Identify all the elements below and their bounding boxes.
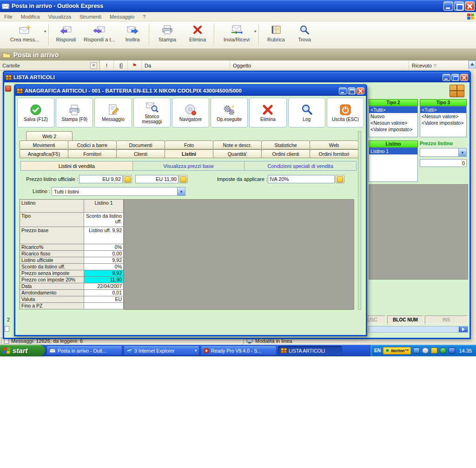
column-priority[interactable]: ! bbox=[100, 60, 114, 70]
prezzo-listino-1-field[interactable]: EU 9,92 bbox=[79, 175, 123, 183]
taskbar-item-ready-pro[interactable]: Ready Pro V9.4.0 - S... bbox=[201, 346, 277, 355]
tab-foto[interactable]: Foto bbox=[165, 140, 213, 149]
listino-combo[interactable]: Tutti i listini ▾ bbox=[52, 187, 185, 196]
tab-ordini-clienti[interactable]: Ordini clienti bbox=[261, 149, 310, 158]
prezzo-1-note-button[interactable] bbox=[123, 175, 132, 183]
reply-button[interactable]: Rispondi bbox=[51, 24, 81, 47]
operations-button[interactable]: Op.eseguite bbox=[211, 98, 248, 127]
exit-button[interactable]: Uscita (ESC) bbox=[327, 98, 364, 127]
tray-network-icon[interactable] bbox=[413, 348, 420, 354]
prezzo-2-note-button[interactable] bbox=[179, 175, 188, 183]
tab-note-e-descr[interactable]: Note e descr. bbox=[213, 140, 262, 149]
close-button[interactable] bbox=[357, 87, 364, 94]
chevron-down-icon[interactable]: ▾ bbox=[195, 348, 197, 353]
inner-tab-condizioni-speciali[interactable]: Condizioni speciali di vendita bbox=[245, 161, 356, 170]
tab-web[interactable]: Web bbox=[310, 140, 358, 149]
dialog-titlebar[interactable]: ANAGRAFICA ARTICOLI - 001 - BATTERIA EN-… bbox=[15, 86, 366, 96]
list-item[interactable]: <Tutti> bbox=[420, 107, 466, 113]
close-button[interactable] bbox=[465, 1, 475, 11]
row-value[interactable]: 0,00 bbox=[84, 251, 124, 257]
tab-anagrafica[interactable]: Anagrafica(F5) bbox=[20, 149, 68, 158]
inner-tab-visualizza-prezzi-base[interactable]: Visualizza prezzi base bbox=[133, 161, 245, 170]
menu-modifica[interactable]: Modifica bbox=[17, 14, 44, 20]
forward-button[interactable]: Inoltra bbox=[118, 24, 147, 47]
column-subject[interactable]: Oggetto bbox=[230, 60, 409, 70]
menu-strumenti[interactable]: Strumenti bbox=[75, 14, 106, 20]
chevron-down-icon[interactable]: ▾ bbox=[177, 187, 185, 195]
row-value[interactable]: 0,01 bbox=[84, 290, 124, 296]
menu-visualizza[interactable]: Visualizza bbox=[44, 14, 75, 20]
oe-titlebar[interactable]: Posta in arrivo - Outlook Express bbox=[0, 0, 476, 12]
row-value[interactable] bbox=[84, 303, 124, 309]
tab-movimenti[interactable]: Movimenti bbox=[20, 140, 68, 149]
menu-help[interactable]: ? bbox=[139, 14, 150, 20]
log-button[interactable]: Log bbox=[288, 98, 325, 127]
tab-fornitori[interactable]: Fornitori bbox=[68, 149, 117, 158]
minimize-button[interactable] bbox=[339, 87, 347, 94]
column-flag[interactable]: ⚑ bbox=[128, 60, 142, 70]
clock[interactable]: 14.35 bbox=[457, 348, 472, 354]
lista-titlebar[interactable]: LISTA ARTICOLI bbox=[4, 72, 469, 82]
taskbar-item-lista-articoli[interactable]: LISTA ARTICOLI bbox=[278, 346, 342, 355]
prezzo-listino-2-field[interactable]: EU 11,90 bbox=[135, 175, 178, 183]
tab-quantita[interactable]: Quantità' bbox=[213, 149, 262, 158]
close-button[interactable] bbox=[460, 74, 468, 81]
maximize-button[interactable] bbox=[451, 74, 459, 81]
maximize-button[interactable] bbox=[348, 87, 356, 94]
tray-update-icon[interactable] bbox=[440, 348, 446, 354]
find-button[interactable]: Trova bbox=[291, 24, 318, 47]
delete-button[interactable]: Elimina bbox=[249, 98, 286, 127]
tab-ordini-fornitori[interactable]: Ordini fornitori bbox=[310, 149, 358, 158]
delete-button[interactable]: Elimina bbox=[183, 24, 212, 47]
chevron-down-icon[interactable]: ▾ bbox=[458, 148, 466, 156]
row-value[interactable]: 22/04/2007 bbox=[84, 283, 124, 290]
language-indicator[interactable]: EN bbox=[374, 348, 381, 353]
prezzo-listino-combo[interactable]: ▾ bbox=[420, 148, 467, 157]
new-message-button[interactable]: Crea mess... ▾ bbox=[3, 24, 46, 47]
maximize-button[interactable] bbox=[454, 1, 464, 11]
row-value[interactable]: 9,92 bbox=[84, 257, 124, 264]
row-value-highlighted[interactable]: 9,92 bbox=[84, 270, 124, 277]
scrollbar-up-button[interactable] bbox=[469, 60, 476, 68]
norton-badge[interactable]: Norton™ bbox=[383, 347, 411, 354]
row-value-highlighted[interactable]: 11,90 bbox=[84, 277, 124, 283]
imposte-note-button[interactable] bbox=[336, 175, 344, 183]
navigator-button[interactable]: Navigatore bbox=[172, 98, 209, 127]
inner-tab-listini-di-vendita[interactable]: Listini di vendita bbox=[21, 161, 133, 170]
message-history-button[interactable]: Storico messaggi bbox=[133, 98, 171, 127]
taskbar-item-internet-explorer-group[interactable]: 3 Internet Explorer ▾ bbox=[124, 346, 199, 355]
list-item[interactable]: <Tutti> bbox=[369, 107, 417, 113]
column-attachment[interactable] bbox=[114, 60, 128, 70]
row-value[interactable]: Listino uff. 9,92 bbox=[84, 227, 124, 244]
close-pane-icon[interactable]: × bbox=[90, 62, 97, 69]
minimize-button[interactable] bbox=[443, 1, 453, 11]
tab-codici-a-barre[interactable]: Codici a barre bbox=[68, 140, 117, 149]
prezzo-listino-field[interactable]: 0 bbox=[420, 159, 467, 167]
menu-file[interactable]: File bbox=[0, 14, 17, 20]
row-value[interactable]: Sconto da listino uff. bbox=[84, 213, 124, 227]
horizontal-scrollbar[interactable] bbox=[369, 326, 468, 333]
row-value[interactable]: 0% bbox=[84, 244, 124, 251]
list-item[interactable]: <Valore impostato> bbox=[369, 126, 417, 133]
row-value[interactable]: EU bbox=[84, 296, 124, 303]
save-button[interactable]: Salva (F12) bbox=[17, 98, 54, 127]
table-header-cell[interactable]: Listino bbox=[20, 200, 84, 213]
tab-web2[interactable]: Web 2 bbox=[26, 131, 73, 140]
list-item[interactable]: Listino 1 bbox=[369, 148, 417, 154]
taskbar-item-outlook[interactable]: Posta in arrivo - Outl... bbox=[46, 346, 122, 355]
reply-all-button[interactable]: Rispondi a t... bbox=[81, 24, 118, 47]
list-item[interactable]: Nuovo bbox=[369, 113, 417, 120]
chevron-down-icon[interactable]: ▾ bbox=[254, 29, 256, 33]
send-receive-button[interactable]: Invia/Ricevi ▾ bbox=[217, 24, 257, 47]
start-button[interactable]: start bbox=[0, 345, 45, 356]
column-received[interactable]: Ricevuto ▽ bbox=[409, 60, 469, 70]
chevron-down-icon[interactable]: ▾ bbox=[44, 29, 46, 33]
tray-security-icon[interactable] bbox=[431, 348, 437, 354]
tab-documenti[interactable]: Documenti bbox=[116, 140, 165, 149]
message-button[interactable]: Messaggio bbox=[94, 98, 132, 127]
list-item[interactable]: <Valore impostato> bbox=[420, 120, 466, 126]
scroll-right-button[interactable] bbox=[459, 327, 468, 332]
tab-clienti[interactable]: Clienti bbox=[116, 149, 165, 158]
column-from[interactable]: Da bbox=[142, 60, 230, 70]
tray-volume-icon[interactable] bbox=[422, 348, 429, 354]
